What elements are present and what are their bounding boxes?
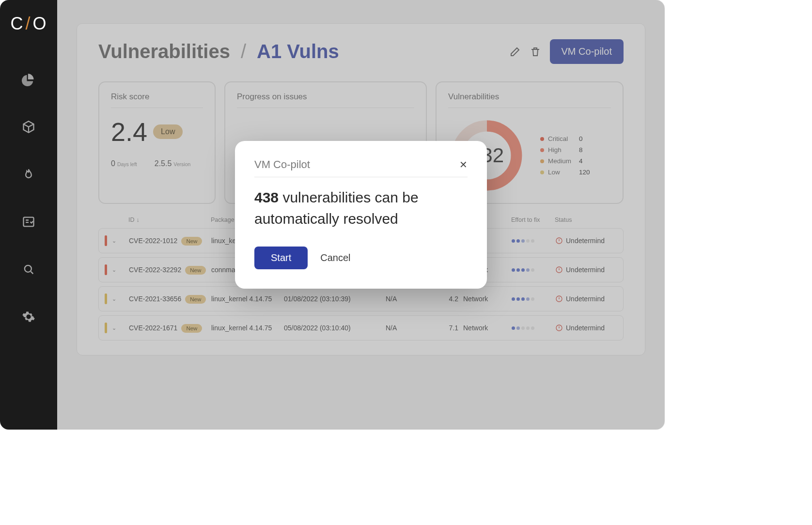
modal-body: 438 vulnerabilities can be automatically… <box>254 187 468 229</box>
vm-copilot-modal: VM Co-pilot ✕ 438 vulnerabilities can be… <box>235 141 487 289</box>
sidebar-nav <box>22 73 35 324</box>
flame-icon[interactable] <box>22 168 35 181</box>
cancel-button[interactable]: Cancel <box>320 252 350 263</box>
modal-count: 438 <box>254 189 279 205</box>
pie-chart-icon[interactable] <box>22 73 35 86</box>
main: Vulnerabilities / A1 Vulns VM Co-pilot <box>57 0 665 430</box>
svg-point-1 <box>25 265 31 272</box>
checklist-icon[interactable] <box>22 215 35 229</box>
modal-scrim[interactable]: VM Co-pilot ✕ 438 vulnerabilities can be… <box>57 0 665 430</box>
start-button[interactable]: Start <box>254 247 308 269</box>
close-icon[interactable]: ✕ <box>459 159 468 170</box>
modal-title: VM Co-pilot <box>254 158 310 171</box>
sidebar: C/O <box>0 0 57 430</box>
modal-text: vulnerabilities can be automatically res… <box>254 189 419 227</box>
logo: C/O <box>10 14 47 34</box>
gear-icon[interactable] <box>22 310 35 324</box>
cube-icon[interactable] <box>22 120 35 134</box>
search-icon[interactable] <box>22 262 35 276</box>
